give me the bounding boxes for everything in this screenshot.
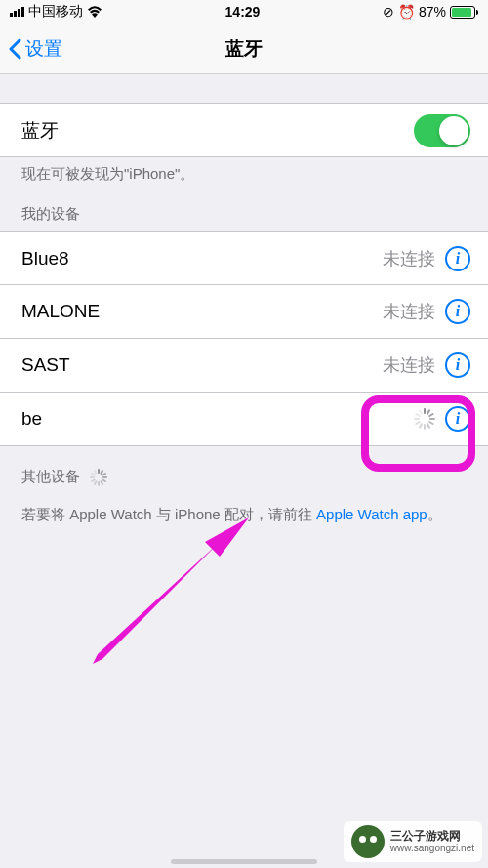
- alarm-icon: ⏰: [398, 4, 415, 20]
- wifi-icon: [87, 6, 102, 18]
- device-row[interactable]: MALONE 未连接 i: [0, 285, 488, 339]
- annotation-arrow: [93, 517, 254, 664]
- loading-spinner-icon: [414, 408, 435, 430]
- battery-percentage: 87%: [419, 4, 446, 20]
- orientation-lock-icon: ⊘: [383, 4, 394, 20]
- info-icon[interactable]: i: [445, 246, 470, 271]
- watermark-title: 三公子游戏网: [390, 829, 474, 843]
- apple-watch-app-link[interactable]: Apple Watch app: [316, 506, 427, 522]
- battery-icon: [450, 6, 478, 19]
- device-row[interactable]: Blue8 未连接 i: [0, 231, 488, 285]
- bluetooth-label: 蓝牙: [21, 118, 59, 144]
- device-name: Blue8: [21, 248, 69, 269]
- back-button[interactable]: 设置: [0, 36, 62, 62]
- my-devices-header: 我的设备: [0, 184, 488, 231]
- chevron-left-icon: [8, 38, 21, 60]
- page-title: 蓝牙: [225, 36, 263, 62]
- device-status: 未连接: [383, 300, 435, 323]
- home-indicator[interactable]: [171, 859, 317, 864]
- device-row[interactable]: be i: [0, 393, 488, 446]
- watermark-url: www.sangongzi.net: [390, 843, 474, 854]
- status-time: 14:29: [225, 4, 261, 20]
- other-devices-header: 其他设备: [0, 446, 488, 494]
- info-icon[interactable]: i: [445, 299, 470, 324]
- bluetooth-toggle[interactable]: [414, 114, 470, 147]
- device-status: 未连接: [383, 247, 435, 270]
- watermark-logo-icon: [351, 825, 385, 858]
- apple-watch-hint: 若要将 Apple Watch 与 iPhone 配对，请前往 Apple Wa…: [0, 494, 488, 526]
- device-status: 未连接: [383, 353, 435, 377]
- status-bar: 中国移动 14:29 ⊘ ⏰ 87%: [0, 0, 488, 23]
- device-name: SAST: [21, 354, 70, 376]
- carrier-label: 中国移动: [28, 3, 83, 21]
- discoverable-text: 现在可被发现为"iPhone"。: [0, 157, 488, 184]
- info-icon[interactable]: i: [445, 352, 470, 378]
- svg-marker-1: [93, 542, 220, 664]
- back-label: 设置: [25, 36, 62, 62]
- nav-bar: 设置 蓝牙: [0, 23, 488, 74]
- cellular-signal-icon: [10, 7, 24, 17]
- info-icon[interactable]: i: [445, 406, 470, 432]
- bluetooth-toggle-row[interactable]: 蓝牙: [0, 103, 488, 157]
- watermark: 三公子游戏网 www.sangongzi.net: [344, 821, 482, 862]
- device-name: be: [21, 408, 42, 430]
- device-name: MALONE: [21, 301, 100, 322]
- loading-spinner-icon: [90, 469, 107, 486]
- device-row[interactable]: SAST 未连接 i: [0, 339, 488, 393]
